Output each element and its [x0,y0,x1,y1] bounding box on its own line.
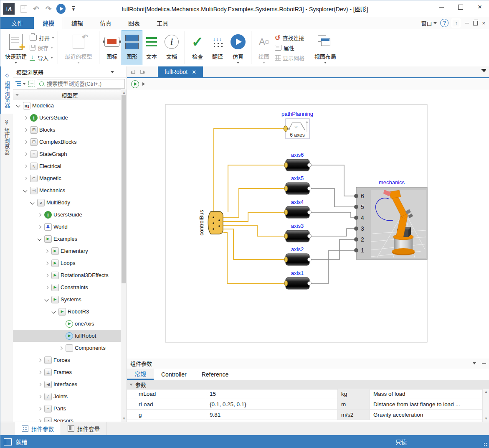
tree-expander-icon[interactable] [23,151,28,157]
bottom-tab-组件变量[interactable]: 组件变量 [61,422,107,435]
search-input[interactable] [46,80,122,87]
tree-expander-icon[interactable] [44,272,50,278]
model-play-icon[interactable] [131,80,139,88]
collapse-all-button[interactable] [28,81,35,87]
scroll-up-icon[interactable]: ▲ [122,91,126,94]
resize-grip[interactable] [483,442,488,447]
tree-item-UsersGuide[interactable]: iUsersGuide [13,112,121,124]
params-tab-常规[interactable]: 常规 [127,369,154,380]
param-value[interactable]: {0.1, 0.25, 0.1} [206,399,338,409]
tree-expander-icon[interactable] [37,394,43,400]
tree-item-Electrical[interactable]: ∿Electrical [13,160,121,172]
tree-expander-icon[interactable] [44,248,50,254]
pathplanning-block[interactable]: pathPlanning w 6 axes [281,111,313,139]
tree-expander-icon[interactable] [37,418,43,422]
mechanics-block[interactable]: mechanics [354,179,427,260]
save-button[interactable]: 保存 [30,43,54,53]
tree-expander-icon[interactable] [23,176,28,181]
icon-view-button[interactable]: 图标 [102,31,122,65]
tree-item-World[interactable]: ⇊World [13,221,121,233]
tree-item-StateGraph[interactable]: ≡StateGraph [13,148,121,160]
tree-expander-icon[interactable] [44,285,50,290]
tree-expander-icon[interactable] [37,212,43,218]
tree-item-oneAxis[interactable]: ▶oneAxis [13,318,121,330]
tab-close-icon[interactable]: ✕ [192,69,196,75]
params-section-header[interactable]: 参数 [127,380,489,389]
window-menu-button[interactable]: 窗口 [421,19,437,27]
param-value[interactable]: 15 [206,389,338,399]
tab-list-caret-icon[interactable] [481,69,486,72]
open-button[interactable]: 打开 [30,33,54,43]
tree-expander-icon[interactable] [23,163,28,169]
menu-tab-编辑[interactable]: 编辑 [63,17,91,29]
tree-item-fullRobot[interactable]: ▶fullRobot [13,330,121,342]
check-button[interactable]: ✓ 检查 [187,31,208,65]
tree-expander-icon[interactable] [37,357,43,363]
param-value[interactable]: 9.81 [206,410,338,420]
mdi-close-icon[interactable]: × [482,20,485,26]
document-tab-fullrobot[interactable]: fullRobot ✕ [158,66,203,77]
tree-expander-icon[interactable] [37,236,43,242]
tree-item-Loops[interactable]: ▶Loops [13,257,121,269]
tree-item-Elementary[interactable]: ▶Elementary [13,245,121,257]
document-button[interactable]: i 文档 [161,31,182,65]
tree-expander-icon[interactable] [44,260,50,266]
tree-item-Blocks[interactable]: ⊞Blocks [13,124,121,136]
tree-item-UsersGuide[interactable]: iUsersGuide [13,209,121,221]
tree-item-Magnetic[interactable]: ⊂Magnetic [13,172,121,184]
scroll-up-icon[interactable]: ▲ [484,390,488,394]
tree-item-Components[interactable]: Components [13,342,121,354]
run-icon[interactable] [56,4,66,13]
params-collapse-icon[interactable] [482,363,486,364]
find-connection-button[interactable]: ↺查找连接 [275,33,304,43]
recent-model-button[interactable]: 最近的模型 [61,31,96,65]
tree-item-Interfaces[interactable]: ◀Interfaces [13,378,121,390]
menu-tab-图表[interactable]: 图表 [120,17,148,29]
redo-icon[interactable]: ↷ [44,4,53,13]
help-icon[interactable]: ? [440,19,448,27]
tab-component-browser[interactable]: ≫ 组件浏览器 [0,114,13,160]
tree-expander-icon[interactable] [30,200,35,206]
text-view-button[interactable]: 文本 [142,31,161,65]
tree-expander-icon[interactable] [37,369,43,375]
nav-back-icon[interactable] [127,66,138,77]
collapse-ribbon-icon[interactable]: ↑ [452,19,460,27]
quick-new-button[interactable]: 快速新建 [3,31,29,65]
tree-item-Forces[interactable]: →Forces [13,354,121,366]
panel-collapse-icon[interactable] [119,72,123,72]
tree-expander-icon[interactable] [51,309,57,315]
translate-button[interactable]: ↓↓↓ 翻译 [208,31,228,65]
mechanics-port-5[interactable] [354,205,358,209]
diagram-canvas[interactable]: pathPlanning w 6 axes axis6axis5axis4axi… [127,90,489,358]
tree-item-Rotational3DEffects[interactable]: ▶Rotational3DEffects [13,269,121,281]
close-button[interactable]: × [470,0,489,14]
mechanics-port-2[interactable] [354,237,358,242]
mdi-minimize-icon[interactable] [465,23,469,23]
scroll-down-icon[interactable]: ▼ [484,417,488,420]
tree-expander-icon[interactable] [37,406,43,412]
mechanics-port-6[interactable] [354,194,358,198]
tree-item-Parts[interactable]: •Parts [13,402,121,415]
mechanics-port-3[interactable] [354,227,358,231]
tree-expander-icon[interactable] [37,224,43,230]
nav-forward-icon[interactable] [138,66,149,77]
simulate-button[interactable]: 仿真 [228,31,248,65]
tree-expander-icon[interactable] [58,345,64,351]
tree-item-Systems[interactable]: ▶Systems [13,293,121,305]
tree-scrollbar[interactable]: ▲ ▼ [121,89,127,422]
scrollbar-thumb[interactable] [122,95,126,283]
minimize-button[interactable] [432,0,451,14]
tree-item-ComplexBlocks[interactable]: ⊟ComplexBlocks [13,136,121,148]
tree-item-Sensors[interactable]: ◔Sensors [13,415,121,422]
tree-display-mode-button[interactable] [15,80,27,87]
maximize-button[interactable] [451,0,470,14]
tree-item-Modelica[interactable]: mModelica [13,99,121,112]
save-icon[interactable] [19,4,28,13]
params-menu-caret-icon[interactable] [473,362,476,364]
mdi-restore-icon[interactable] [473,21,478,25]
mechanics-port-1[interactable] [354,248,358,252]
tree-item-RobotR3[interactable]: ▶RobotR3 [13,305,121,318]
params-tab-Reference[interactable]: Reference [194,369,236,380]
tree-item-Frames[interactable]: ⊥Frames [13,366,121,378]
scroll-down-icon[interactable]: ▼ [122,417,126,420]
